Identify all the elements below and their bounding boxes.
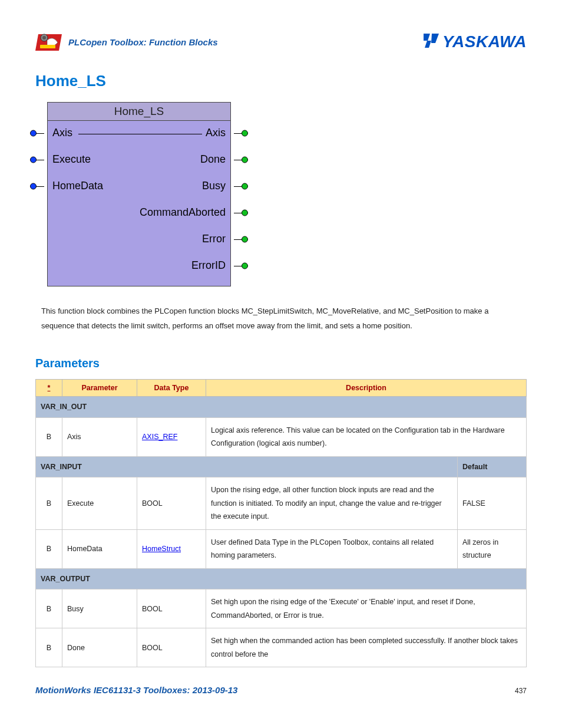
cell-param: Axis xyxy=(62,417,137,456)
header-left: PLCopen Toolbox: Function Blocks xyxy=(35,29,218,54)
col-star: * xyxy=(36,380,62,397)
cell-type: BOOL xyxy=(137,628,206,667)
col-parameter: Parameter xyxy=(62,380,137,397)
footer-text: MotionWorks IEC61131-3 Toolboxes: 2013-0… xyxy=(35,685,237,695)
cell-param: Execute xyxy=(62,477,137,530)
fb-output-busy: Busy xyxy=(197,180,230,192)
description-text: This function block combines the PLCopen… xyxy=(41,304,521,333)
cell-b: B xyxy=(36,628,62,667)
fb-box: Home_LS Axis Axis Execute Done HomeData … xyxy=(47,102,231,286)
fb-output-done: Done xyxy=(196,153,230,166)
fb-body: Axis Axis Execute Done HomeData Busy Com… xyxy=(48,121,230,286)
cell-type: BOOL xyxy=(137,477,206,530)
page-title: Home_LS xyxy=(35,72,527,90)
cell-desc: Set high upon the rising edge of the 'Ex… xyxy=(206,589,527,628)
section-label: VAR_INPUT xyxy=(36,456,458,477)
cell-param: Done xyxy=(62,628,137,667)
table-header-row: * Parameter Data Type Description xyxy=(36,380,527,397)
cell-desc: Logical axis reference. This value can b… xyxy=(206,417,527,456)
section-label: VAR_IN_OUT xyxy=(36,397,527,418)
cell-param: HomeData xyxy=(62,529,137,568)
table-row: B HomeData HomeStruct User defined Data … xyxy=(36,529,527,568)
yaskawa-mark-icon xyxy=(422,32,440,52)
svg-rect-2 xyxy=(40,45,55,48)
header-subtitle: PLCopen Toolbox: Function Blocks xyxy=(68,37,218,47)
axis-ref-link[interactable]: AXIS_REF xyxy=(142,433,177,441)
page-number: 437 xyxy=(515,687,527,695)
cell-param: Busy xyxy=(62,589,137,628)
parameters-table: * Parameter Data Type Description VAR_IN… xyxy=(35,379,527,667)
fb-output-errorid: ErrorID xyxy=(187,259,230,272)
section-var-input: VAR_INPUT Default xyxy=(36,456,527,477)
fb-input-homedata: HomeData xyxy=(48,180,108,192)
yaskawa-logo: YASKAWA xyxy=(422,32,527,52)
fb-output-axis: Axis xyxy=(201,127,230,139)
section-var-output: VAR_OUTPUT xyxy=(36,568,527,589)
homestruct-link[interactable]: HomeStruct xyxy=(142,545,181,553)
page-header: PLCopen Toolbox: Function Blocks YASKAWA xyxy=(35,29,527,54)
cell-desc: Upon the rising edge, all other function… xyxy=(206,477,458,530)
fb-input-axis: Axis xyxy=(48,127,77,139)
table-row: B Done BOOL Set high when the commanded … xyxy=(36,628,527,667)
cell-type: BOOL xyxy=(137,589,206,628)
section-var-in-out: VAR_IN_OUT xyxy=(36,397,527,418)
table-row: B Busy BOOL Set high upon the rising edg… xyxy=(36,589,527,628)
function-block-diagram: Home_LS Axis Axis Execute Done HomeData … xyxy=(47,102,527,286)
brand-text: YASKAWA xyxy=(442,32,527,51)
fb-output-error: Error xyxy=(197,233,230,245)
svg-point-1 xyxy=(42,36,46,39)
fb-title: Home_LS xyxy=(48,103,230,121)
cell-default: All zeros in structure xyxy=(458,529,527,568)
plcopen-logo-icon xyxy=(35,29,65,54)
col-description: Description xyxy=(206,380,527,397)
cell-b: B xyxy=(36,417,62,456)
col-default: Default xyxy=(458,456,527,477)
table-row: B Axis AXIS_REF Logical axis reference. … xyxy=(36,417,527,456)
cell-desc: User defined Data Type in the PLCopen To… xyxy=(206,529,458,568)
section-label: VAR_OUTPUT xyxy=(36,568,527,589)
cell-default: FALSE xyxy=(458,477,527,530)
cell-b: B xyxy=(36,589,62,628)
page-footer: MotionWorks IEC61131-3 Toolboxes: 2013-0… xyxy=(35,685,527,695)
fb-output-commandaborted: CommandAborted xyxy=(135,206,230,219)
col-datatype: Data Type xyxy=(137,380,206,397)
parameters-heading: Parameters xyxy=(35,357,527,370)
cell-b: B xyxy=(36,529,62,568)
fb-input-execute: Execute xyxy=(48,153,95,166)
cell-desc: Set high when the commanded action has b… xyxy=(206,628,527,667)
cell-b: B xyxy=(36,477,62,530)
table-row: B Execute BOOL Upon the rising edge, all… xyxy=(36,477,527,530)
